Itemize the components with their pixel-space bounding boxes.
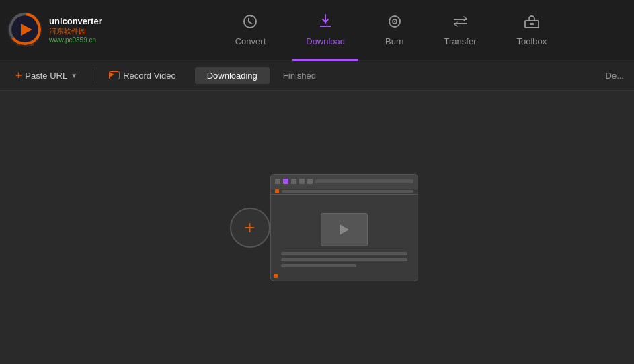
- transfer-icon: [452, 13, 469, 32]
- browser-text-lines: [278, 252, 411, 267]
- browser-sub-dot: [275, 189, 279, 193]
- browser-dot-3: [291, 179, 296, 184]
- browser-sub-line: [282, 190, 413, 193]
- browser-text-line-3: [281, 264, 357, 267]
- plus-symbol: +: [244, 218, 255, 237]
- main-nav: Convert Download: [155, 0, 627, 60]
- plus-icon: +: [15, 69, 22, 81]
- brand-url: www.pc0359.cn: [49, 36, 102, 44]
- browser-body: [271, 195, 418, 281]
- browser-text-line-1: [281, 252, 407, 255]
- download-icon: [317, 13, 333, 32]
- browser-dot-5: [307, 179, 313, 184]
- nav-tab-convert[interactable]: Convert: [222, 8, 280, 52]
- nav-tab-convert-label: Convert: [235, 36, 266, 46]
- sub-tab-finished[interactable]: Finished: [271, 67, 328, 84]
- paste-url-label: Paste URL: [25, 71, 67, 81]
- brand-name: uniconverter: [49, 16, 102, 26]
- record-video-icon: [109, 71, 120, 79]
- svg-rect-10: [530, 23, 534, 25]
- nav-tab-transfer[interactable]: Transfer: [431, 8, 490, 52]
- browser-dot-1: [275, 179, 280, 184]
- browser-window-illustration: [270, 174, 418, 281]
- nav-tab-toolbox[interactable]: Toolbox: [503, 8, 560, 52]
- add-download-button[interactable]: +: [230, 208, 270, 248]
- browser-dot-4: [299, 179, 305, 184]
- nav-tab-download[interactable]: Download: [292, 8, 358, 52]
- browser-titlebar: [271, 175, 418, 189]
- nav-tab-burn-label: Burn: [385, 36, 403, 46]
- nav-tab-transfer-label: Transfer: [444, 36, 477, 46]
- svg-point-6: [394, 21, 395, 22]
- brand-cn: 河东软件园: [49, 26, 102, 36]
- browser-dot-2: [283, 179, 288, 184]
- svg-rect-3: [320, 26, 331, 27]
- logo-text-block: uniconverter 河东软件园 www.pc0359.cn: [49, 16, 102, 44]
- logo-area: 河东软件园 uniconverter 河东软件园 www.pc0359.cn: [7, 11, 155, 48]
- browser-text-line-2: [281, 258, 407, 261]
- browser-corner-indicator: [274, 274, 278, 278]
- convert-icon: [242, 13, 258, 32]
- app-logo: 河东软件园: [7, 11, 44, 48]
- browser-video-thumbnail: [321, 213, 368, 246]
- svg-text:河东软件园: 河东软件园: [17, 42, 34, 46]
- burn-icon: [387, 13, 403, 32]
- right-overflow-action[interactable]: De...: [606, 71, 624, 81]
- browser-addr-line: [315, 179, 413, 183]
- browser-address-bar: [315, 179, 413, 183]
- play-triangle-icon: [340, 224, 349, 235]
- nav-tab-download-label: Download: [306, 36, 345, 46]
- vertical-divider: [93, 67, 93, 83]
- app-header: 河东软件园 uniconverter 河东软件园 www.pc0359.cn C…: [0, 0, 634, 60]
- sub-tab-downloading[interactable]: Downloading: [195, 67, 270, 84]
- nav-tab-burn[interactable]: Burn: [372, 8, 417, 52]
- dropdown-arrow-icon: ▼: [71, 72, 77, 79]
- sub-header: + Paste URL ▼ Record Video Downloading F…: [0, 60, 634, 91]
- record-video-button[interactable]: Record Video: [104, 68, 182, 83]
- main-content: +: [0, 91, 634, 364]
- sub-tabs: Downloading Finished: [195, 67, 328, 84]
- nav-tab-toolbox-label: Toolbox: [516, 36, 547, 46]
- paste-url-button[interactable]: + Paste URL ▼: [10, 66, 83, 84]
- toolbox-icon: [524, 13, 540, 32]
- record-video-label: Record Video: [123, 71, 176, 81]
- empty-state-illustration: +: [210, 161, 425, 295]
